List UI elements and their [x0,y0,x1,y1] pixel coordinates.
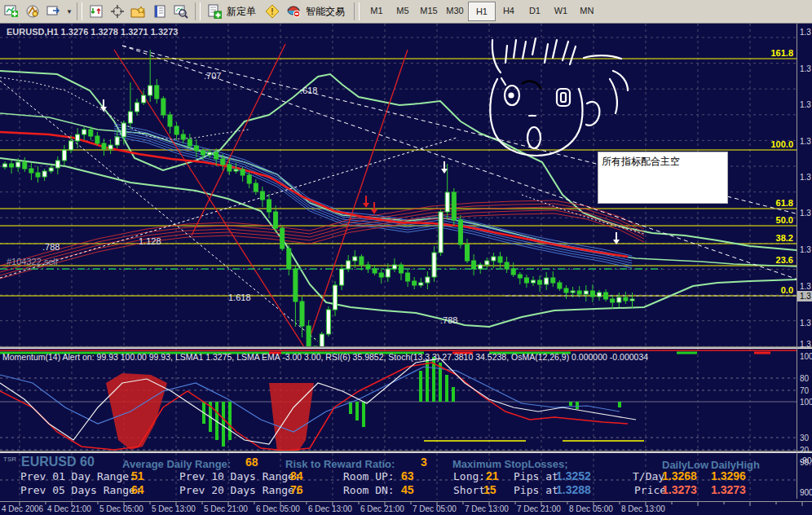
down-arrow-icon [613,232,620,244]
time-axis[interactable]: 4 Dec 20064 Dec 21:005 Dec 05:005 Dec 13… [0,501,812,515]
stats-prev20: 76 [290,483,303,496]
timeframe-button-m1[interactable]: M1 [364,2,390,20]
eyebrow-doodle [522,81,541,89]
time-axis-label: 4 Dec 21:00 [47,504,91,513]
candlesticks [3,50,635,349]
time-axis-label: 7 Dec 05:00 [413,504,457,513]
indicators-icon[interactable] [86,2,106,20]
price-axis-label: 1.3 [800,319,811,328]
stats-pips-at: Pips at [514,484,558,496]
indicator-axis-label: 70 [800,386,809,395]
fib-label: 23.6 [776,255,793,265]
stats-roomdn: 45 [401,483,414,496]
new-order-label[interactable]: 新定单 [227,5,256,19]
fan-label: 1.618 [228,293,251,302]
stats-prev01-label: Prev 01 Day Range: [20,470,135,482]
time-axis-label: 5 Dec 21:00 [204,504,248,513]
stats-roomup: 63 [401,469,414,482]
stats-scale-label: -90 [800,456,811,465]
stats-rr-label: Risk to Reward Ratio: [285,458,395,470]
chart-shift-icon[interactable] [44,2,64,20]
indicator-axis-label: 80 [800,374,809,383]
mt4-window: ▼ 新定单 ! 智能交易 M1M5M15M30H1H4D1W1MN 161.81… [0,0,812,515]
fib-label: 100.0 [770,139,793,149]
fan-label: .618 [300,86,317,95]
stats-prev05: 64 [131,483,144,496]
annotation-box[interactable]: 所有指标配合主空 [598,152,728,204]
down-arrow-icon [363,196,369,208]
timeframe-button-w1[interactable]: W1 [548,2,574,20]
stats-prev10: 84 [290,469,303,482]
expert-advisor-label[interactable]: 智能交易 [306,5,345,19]
stats-scale-label: 900 [800,488,812,497]
stats-tday-low: 1.3268 [662,469,697,482]
price-axis-label: 1.3 [800,137,811,146]
fib-label: 50.0 [776,215,793,225]
stats-pips-at: Pips at [514,470,558,482]
price-axis-label: 1.3 [800,340,811,349]
indicator-panel-canvas[interactable]: Momentum(14) Alert on: 99.93 100.00 99.9… [0,349,797,452]
time-axis-label: 8 Dec 13:00 [621,504,665,513]
time-axis-label: 8 Dec 05:00 [569,504,613,513]
stats-tday-high: 1.3296 [711,469,746,482]
price-axis-label: 1.3 [800,173,811,182]
stats-short-price: 1.3288 [556,483,591,496]
stats-msl-label: Maximum StopLosses; [452,458,568,470]
stats-long: 21 [486,469,499,482]
down-arrow-icon [441,161,448,174]
price-axis-label: 1.3 [800,100,811,109]
new-chart-icon[interactable] [2,2,21,20]
timeframe-button-d1[interactable]: D1 [522,2,548,20]
stats-roomdn-label: Room DN: [343,484,395,496]
favorites-icon[interactable] [129,2,148,20]
price-axis[interactable]: 1.31.31.31.31.31.31.31.31.31.31.31008070… [797,24,812,499]
fan-label: .788 [440,315,457,325]
toolbar-separator [195,2,201,20]
stats-prev20-label: Prev 20 Days Range: [179,484,301,496]
crosshair-icon[interactable] [108,2,127,20]
timeframe-button-h4[interactable]: H4 [496,2,522,20]
stats-tsr: TSR [3,456,16,463]
face-doodle [490,38,628,156]
stats-long-price: 1.3252 [556,469,591,482]
indicator-label: Momentum(14) Alert on: 99.93 100.00 99.9… [2,352,648,362]
stats-adr: 68 [245,456,258,469]
chart-window: 161.8100.061.850.038.223.60.0#104322 sel… [0,24,812,515]
price-axis-label: 1.3 [800,245,811,254]
stats-adr-label: Average Daily Range: [122,458,231,470]
svg-text:!: ! [271,7,273,16]
expert-advisor-icon[interactable] [284,2,303,20]
stats-long-label: Long: [453,470,485,482]
price-axis-label: 1.3 [800,209,811,218]
timeframe-button-m15[interactable]: M15 [416,2,442,20]
time-axis-label: 7 Dec 13:00 [465,504,509,513]
stats-symbol: EURUSD 60 [21,455,95,469]
dropdown-caret-icon[interactable]: ▼ [66,8,73,15]
timeframe-button-m5[interactable]: M5 [390,2,416,20]
fan-label: .788 [42,242,60,252]
fib-label: 161.8 [770,48,793,58]
time-axis-label: 6 Dec 21:00 [360,504,404,513]
indicator-axis-label: 20 [800,446,809,455]
journal-icon[interactable] [150,2,170,20]
timeframe-button-mn[interactable]: MN [574,2,600,20]
indicator-axis-label: 100 [800,352,812,361]
order-line-label[interactable]: #104322 sell [7,257,57,266]
price-axis-label: 1.3 [800,64,811,73]
alert-icon[interactable]: ! [263,2,282,20]
price-axis-label: 1.3 [800,28,811,37]
new-order-icon[interactable] [205,2,224,20]
indicator-axis-label: 100 [800,398,812,407]
search-chart-icon[interactable] [171,2,191,20]
time-axis-label: 5 Dec 13:00 [152,504,196,513]
profiles-icon[interactable] [23,2,42,20]
toolbar: ▼ 新定单 ! 智能交易 M1M5M15M30H1H4D1W1MN [0,0,812,24]
timeframe-button-m30[interactable]: M30 [442,2,468,20]
chart-title: EURUSD,H1 1.3276 1.3278 1.3271 1.3273 [7,27,178,37]
fan-label: 1.128 [139,236,161,246]
timeframe-button-h1[interactable]: H1 [468,2,496,21]
current-price-badge: 1.3 [797,291,812,302]
stats-tday-label: T/Day [633,470,664,482]
stats-prev10-label: Prev 10 Days Range: [179,470,301,482]
time-axis-label: 7 Dec 21:00 [517,504,561,513]
